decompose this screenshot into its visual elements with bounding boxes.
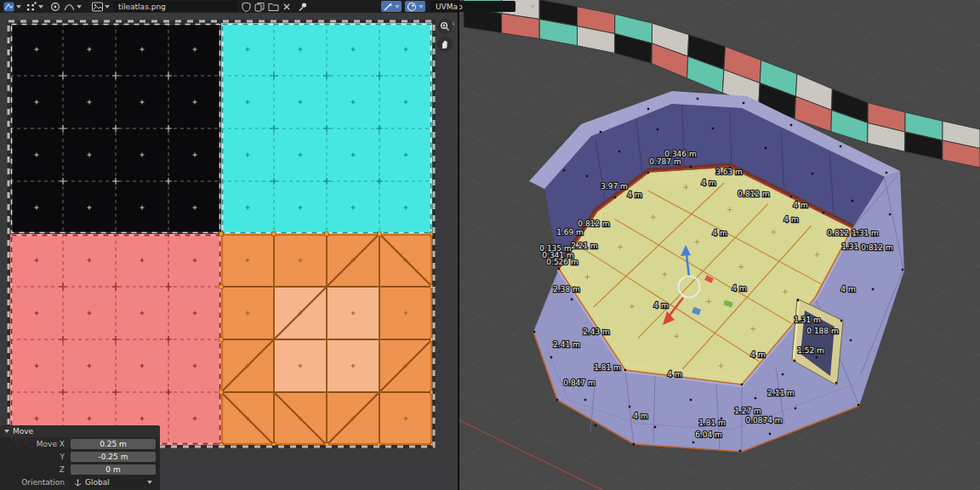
- open-image-button[interactable]: [266, 1, 281, 12]
- move-z-field[interactable]: 0 m: [71, 464, 156, 475]
- orientation-value: Global: [85, 478, 110, 487]
- measurement-label: 4 m: [627, 191, 641, 199]
- vertex-select-icon: [26, 2, 37, 12]
- unlink-image-button[interactable]: [281, 1, 293, 12]
- proportional-sphere-button[interactable]: [405, 1, 425, 12]
- measurement-label: 0.526 m: [546, 258, 578, 266]
- editor-divider[interactable]: [458, 0, 459, 490]
- display-channels-button[interactable]: [516, 1, 537, 12]
- uv-canvas[interactable]: [0, 0, 459, 490]
- folder-icon: [268, 2, 279, 12]
- measurement-label: 6.04 m: [695, 430, 722, 439]
- sidebar-collapse-arrow[interactable]: ‹: [452, 19, 455, 28]
- pan-button[interactable]: [437, 37, 453, 52]
- magnifier-plus-icon: [440, 21, 450, 31]
- measurement-label: 2.21 m: [571, 242, 598, 250]
- move-operator-panel: Move Move X 0.25 m Y -0.25 m Z 0 m Orien…: [0, 425, 160, 490]
- hand-icon: [440, 39, 450, 49]
- measurement-label: 1.27 m: [734, 407, 761, 415]
- measurement-label: 0.812 m: [738, 190, 769, 198]
- chevron-down-icon: [16, 5, 21, 9]
- snap-icon: [383, 2, 393, 12]
- chevron-down-icon: [395, 5, 400, 9]
- orientation-axes-icon: [74, 479, 82, 487]
- measurement-label: 0.188 m: [806, 327, 838, 335]
- chevron-down-icon: [77, 5, 82, 9]
- measurement-label: 4 m: [653, 301, 668, 310]
- orientation-label: Orientation: [0, 478, 71, 487]
- measurement-label: 2.38 m: [553, 285, 580, 293]
- proportional-edit-icon: [50, 2, 60, 12]
- measurement-label: 4 m: [633, 412, 647, 420]
- shield-icon: [242, 2, 251, 12]
- browse-image-button[interactable]: [90, 1, 111, 12]
- move-y-label: Y: [0, 453, 71, 461]
- measurement-label: 4 m: [793, 201, 807, 209]
- panel-expand-icon: [4, 430, 9, 433]
- measurement-label: 1.81 m: [698, 419, 726, 427]
- move-z-label: Z: [0, 465, 71, 474]
- fake-user-button[interactable]: [240, 1, 253, 12]
- 3d-viewport-canvas[interactable]: 0.346 m0.787 m3.63 m3.97 m4 m4 m0.812 m4…: [459, 0, 980, 490]
- proportional-falloff-button[interactable]: [62, 1, 83, 12]
- snapping-toggle[interactable]: [381, 1, 402, 12]
- measurement-label: 0.0874 m: [745, 416, 782, 424]
- uv-island-black[interactable]: [10, 23, 221, 234]
- uv-selection-mode-button[interactable]: [25, 1, 45, 12]
- measurement-label: 2.41 m: [553, 340, 580, 349]
- image-name: tileatlas.png: [118, 3, 166, 11]
- measurement-label: 3.97 m: [601, 182, 628, 191]
- uv-editor-header: tileatlas.png: [0, 0, 459, 13]
- uv-editor-area[interactable]: tileatlas.png: [0, 0, 459, 490]
- measurement-label: 0.812 m: [861, 243, 892, 252]
- measurement-label: 0.812 m: [578, 219, 609, 228]
- measurement-label: 1.81 m: [594, 363, 621, 372]
- pin-icon: [298, 2, 308, 12]
- measurement-label: 4 m: [840, 285, 855, 293]
- measurement-label: 0.847 m: [563, 379, 595, 387]
- image-icon: [92, 2, 103, 12]
- pin-button[interactable]: [296, 1, 310, 12]
- blender-window: tileatlas.png: [0, 0, 980, 490]
- uv-editor-icon: [3, 2, 14, 12]
- measurement-label: 1.31 m: [794, 316, 821, 324]
- measurement-label: 4 m: [712, 229, 726, 237]
- measurement-label: 2.43 m: [583, 328, 610, 336]
- measurement-label: 4 m: [750, 350, 765, 359]
- move-x-label: Move X: [0, 440, 71, 448]
- chevron-down-icon: [419, 5, 424, 9]
- measurement-label: 4 m: [783, 215, 798, 224]
- duplicate-icon: [254, 2, 265, 12]
- measurement-label: 2.11 m: [767, 389, 795, 397]
- chevron-down-icon: [147, 481, 152, 484]
- uvmap-field[interactable]: UVMap: [430, 1, 516, 12]
- move-panel-header[interactable]: Move: [0, 425, 160, 437]
- move-panel-title: Move: [13, 427, 33, 436]
- measurement-label: 3.63 m: [715, 168, 743, 176]
- move-x-field[interactable]: 0.25 m: [71, 439, 156, 449]
- uv-island-salmon[interactable]: [10, 234, 221, 445]
- editor-type-button[interactable]: [2, 1, 23, 12]
- chevron-down-icon: [530, 5, 535, 9]
- orientation-dropdown[interactable]: Global: [71, 477, 156, 487]
- measurement-label: 4 m: [732, 284, 746, 293]
- close-icon: [282, 3, 291, 11]
- chevron-down-icon: [38, 5, 43, 9]
- new-image-button[interactable]: [253, 1, 266, 12]
- uv-island-orange[interactable]: [219, 232, 434, 447]
- measurement-label: 1.31 m: [852, 229, 879, 237]
- uv-island-cyan[interactable]: [221, 23, 432, 234]
- 3d-viewport[interactable]: 0.346 m0.787 m3.63 m3.97 m4 m4 m0.812 m4…: [459, 0, 980, 490]
- image-name-field[interactable]: tileatlas.png: [113, 1, 237, 12]
- display-channel-icon: [517, 2, 528, 12]
- move-y-field[interactable]: -0.25 m: [71, 452, 156, 462]
- measurement-label: 4 m: [701, 179, 715, 187]
- measurement-label: 4 m: [667, 370, 681, 379]
- proportional-editing-toggle[interactable]: [48, 1, 62, 12]
- chevron-down-icon: [105, 5, 110, 9]
- measurement-label: 0.787 m: [649, 157, 681, 166]
- measurement-label: 1.69 m: [556, 228, 584, 236]
- zoom-button[interactable]: [437, 19, 453, 34]
- sphere-falloff-icon: [407, 2, 417, 12]
- falloff-curve-icon: [64, 2, 75, 12]
